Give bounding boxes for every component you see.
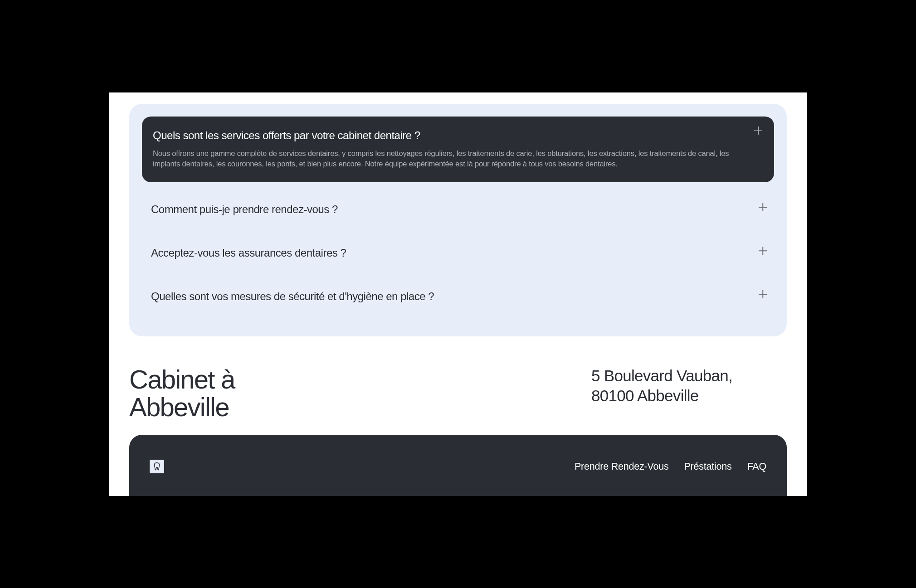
footer-link-appointment[interactable]: Prendre Rendez-Vous: [575, 461, 668, 472]
faq-question: Quelles sont vos mesures de sécurité et …: [151, 290, 765, 303]
faq-item-insurance[interactable]: Acceptez-vous les assurances dentaires ?: [142, 237, 774, 269]
tooth-icon: [152, 462, 162, 471]
location-title-line2: Abbeville: [129, 392, 229, 422]
faq-item-services[interactable]: Quels sont les services offerts par votr…: [142, 117, 774, 183]
page-container: Quels sont les services offerts par votr…: [109, 92, 807, 496]
location-address-line1: 5 Boulevard Vauban,: [591, 367, 732, 384]
faq-item-appointment[interactable]: Comment puis-je prendre rendez-vous ?: [142, 193, 774, 226]
footer-logo[interactable]: [150, 460, 164, 473]
location-title: Cabinet à Abbeville: [129, 366, 235, 421]
faq-section: Quels sont les services offerts par votr…: [129, 104, 787, 337]
location-title-line1: Cabinet à: [129, 364, 235, 394]
footer-nav: Prendre Rendez-Vous Préstations FAQ: [575, 461, 766, 472]
footer: Prendre Rendez-Vous Préstations FAQ: [129, 435, 787, 496]
faq-question: Quels sont les services offerts par votr…: [153, 129, 763, 142]
location-section: Cabinet à Abbeville 5 Boulevard Vauban, …: [129, 366, 787, 421]
faq-answer: Nous offrons une gamme complète de servi…: [153, 148, 763, 170]
footer-link-services[interactable]: Préstations: [684, 461, 731, 472]
plus-icon[interactable]: [759, 247, 768, 256]
footer-link-faq[interactable]: FAQ: [747, 461, 766, 472]
faq-question: Comment puis-je prendre rendez-vous ?: [151, 203, 765, 216]
location-address: 5 Boulevard Vauban, 80100 Abbeville: [591, 366, 732, 406]
plus-icon[interactable]: [759, 290, 768, 299]
location-address-line2: 80100 Abbeville: [591, 387, 699, 404]
faq-item-hygiene[interactable]: Quelles sont vos mesures de sécurité et …: [142, 280, 774, 313]
plus-icon[interactable]: [754, 126, 763, 136]
plus-icon[interactable]: [759, 203, 768, 212]
faq-question: Acceptez-vous les assurances dentaires ?: [151, 247, 765, 259]
